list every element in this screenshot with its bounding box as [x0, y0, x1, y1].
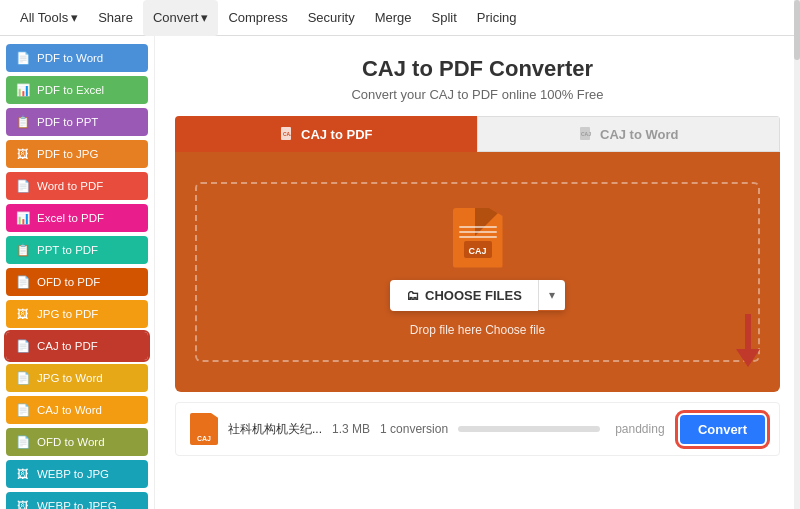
nav-merge-label: Merge — [375, 10, 412, 25]
arrow-head — [736, 349, 760, 367]
sidebar-webp-to-jpg[interactable]: 🖼 WEBP to JPG — [6, 460, 148, 488]
sidebar-jpg-to-word[interactable]: 📄 JPG to Word — [6, 364, 148, 392]
svg-text:CAJ: CAJ — [283, 131, 293, 137]
scrollbar-thumb[interactable] — [794, 0, 800, 60]
nav-all-tools-label: All Tools — [20, 10, 68, 25]
sidebar-caj-to-pdf[interactable]: 📄 CAJ to PDF — [6, 332, 148, 360]
nav-security[interactable]: Security — [298, 0, 365, 36]
page-subtitle: Convert your CAJ to PDF online 100% Free — [175, 87, 780, 102]
convert-button[interactable]: Convert — [680, 415, 765, 444]
sidebar-pdf-to-ppt[interactable]: 📋 PDF to PPT — [6, 108, 148, 136]
page-title: CAJ to PDF Converter — [175, 56, 780, 82]
tab-caj-to-pdf-label: CAJ to PDF — [301, 127, 373, 142]
file-conversions: 1 conversion — [380, 422, 448, 436]
nav-all-tools[interactable]: All Tools ▾ — [10, 0, 88, 36]
sidebar-webp-to-jpeg[interactable]: 🖼 WEBP to JPEG — [6, 492, 148, 509]
sidebar-ofd-to-word[interactable]: 📄 OFD to Word — [6, 428, 148, 456]
webp-jpg-icon: 🖼 — [14, 465, 32, 483]
drop-text: Drop file here Choose file — [410, 323, 545, 337]
pdf-ppt-icon: 📋 — [14, 113, 32, 131]
sidebar-pdf-to-excel[interactable]: 📊 PDF to Excel — [6, 76, 148, 104]
sidebar-pdf-to-jpg[interactable]: 🖼 PDF to JPG — [6, 140, 148, 168]
nav-convert[interactable]: Convert ▾ — [143, 0, 219, 36]
nav-split-label: Split — [432, 10, 457, 25]
chevron-down-icon-convert: ▾ — [201, 10, 208, 25]
file-name: 社科机构机关纪... — [228, 421, 322, 438]
svg-text:CAJ: CAJ — [581, 131, 591, 137]
progress-bar-fill — [458, 426, 600, 432]
sidebar-ppt-to-pdf[interactable]: 📋 PPT to PDF — [6, 236, 148, 264]
choose-files-dropdown[interactable]: ▾ — [538, 280, 565, 310]
caj-word-icon: 📄 — [14, 401, 32, 419]
scroll-arrow — [736, 314, 760, 367]
pdf-jpg-icon: 🖼 — [14, 145, 32, 163]
sidebar-word-to-pdf[interactable]: 📄 Word to PDF — [6, 172, 148, 200]
file-row: CAJ 社科机构机关纪... 1.3 MB 1 conversion pandd… — [175, 402, 780, 456]
top-nav: All Tools ▾ Share Convert ▾ Compress Sec… — [0, 0, 800, 36]
arrow-shaft — [745, 314, 751, 349]
tab-caj-to-word[interactable]: CAJ CAJ to Word — [477, 116, 781, 152]
jpg-word-icon: 📄 — [14, 369, 32, 387]
chevron-down-icon: ▾ — [71, 10, 78, 25]
sidebar-ofd-to-pdf[interactable]: 📄 OFD to PDF — [6, 268, 148, 296]
nav-share[interactable]: Share — [88, 0, 143, 36]
file-upload-icon: 🗂 — [406, 288, 419, 303]
sidebar-caj-to-word[interactable]: 📄 CAJ to Word — [6, 396, 148, 424]
converter-tabs: CAJ CAJ to PDF CAJ CAJ to Word — [175, 116, 780, 152]
nav-pricing[interactable]: Pricing — [467, 0, 527, 36]
ofd-word-icon: 📄 — [14, 433, 32, 451]
upload-area[interactable]: CAJ 🗂 CHOOSE FILES ▾ — [175, 152, 780, 392]
choose-files-button[interactable]: 🗂 CHOOSE FILES — [390, 280, 538, 311]
nav-share-label: Share — [98, 10, 133, 25]
file-status: pandding — [610, 422, 670, 436]
ppt-pdf-icon: 📋 — [14, 241, 32, 259]
caj-pdf-icon: 📄 — [14, 337, 32, 355]
content-area: CAJ to PDF Converter Convert your CAJ to… — [155, 36, 800, 509]
nav-split[interactable]: Split — [422, 0, 467, 36]
word-pdf-icon: 📄 — [14, 177, 32, 195]
file-size: 1.3 MB — [332, 422, 370, 436]
nav-merge[interactable]: Merge — [365, 0, 422, 36]
excel-pdf-icon: 📊 — [14, 209, 32, 227]
pdf-excel-icon: 📊 — [14, 81, 32, 99]
main-layout: 📄 PDF to Word 📊 PDF to Excel 📋 PDF to PP… — [0, 36, 800, 509]
nav-compress[interactable]: Compress — [218, 0, 297, 36]
pdf-word-icon: 📄 — [14, 49, 32, 67]
sidebar-jpg-to-pdf[interactable]: 🖼 JPG to PDF — [6, 300, 148, 328]
nav-pricing-label: Pricing — [477, 10, 517, 25]
sidebar-excel-to-pdf[interactable]: 📊 Excel to PDF — [6, 204, 148, 232]
drop-zone[interactable]: CAJ 🗂 CHOOSE FILES ▾ — [195, 182, 760, 362]
ofd-pdf-icon: 📄 — [14, 273, 32, 291]
scrollbar — [794, 0, 800, 509]
tab-caj-to-word-label: CAJ to Word — [600, 127, 678, 142]
webp-jpeg-icon: 🖼 — [14, 497, 32, 509]
file-row-icon: CAJ — [190, 413, 218, 445]
choose-files-label: CHOOSE FILES — [425, 288, 522, 303]
progress-bar — [458, 426, 600, 432]
caj-pdf-tab-icon: CAJ — [279, 126, 295, 142]
tab-caj-to-pdf[interactable]: CAJ CAJ to PDF — [175, 116, 477, 152]
nav-compress-label: Compress — [228, 10, 287, 25]
sidebar: 📄 PDF to Word 📊 PDF to Excel 📋 PDF to PP… — [0, 36, 155, 509]
jpg-pdf-icon: 🖼 — [14, 305, 32, 323]
nav-convert-label: Convert — [153, 10, 199, 25]
nav-security-label: Security — [308, 10, 355, 25]
caj-word-tab-icon: CAJ — [578, 126, 594, 142]
choose-files-wrapper[interactable]: 🗂 CHOOSE FILES ▾ — [390, 280, 565, 311]
caj-file-icon: CAJ — [453, 208, 503, 268]
sidebar-pdf-to-word[interactable]: 📄 PDF to Word — [6, 44, 148, 72]
